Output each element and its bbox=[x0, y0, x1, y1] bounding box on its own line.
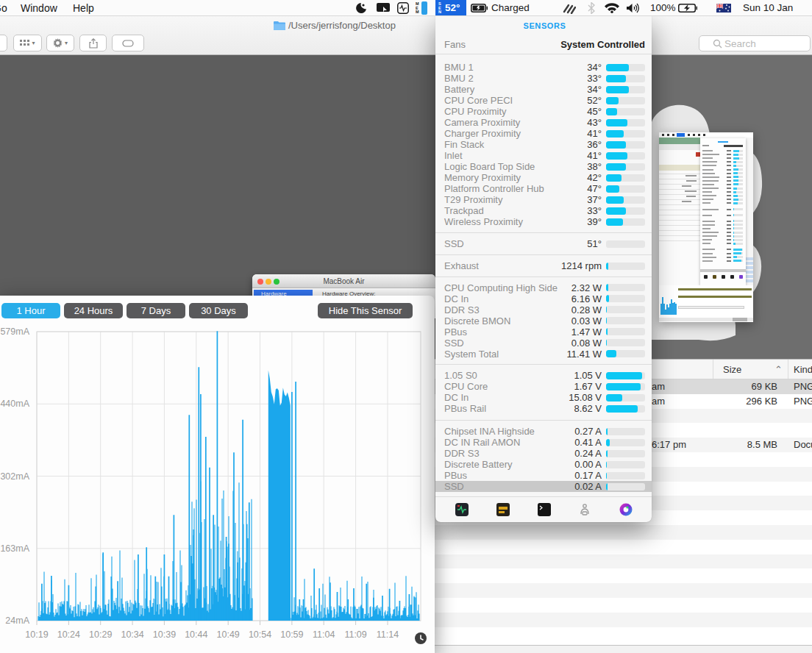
battery-charged-icon[interactable] bbox=[471, 4, 488, 13]
menu-go[interactable]: Go bbox=[0, 0, 7, 16]
clock-icon[interactable] bbox=[415, 632, 427, 644]
fan-icon[interactable] bbox=[561, 2, 576, 14]
volume-icon[interactable] bbox=[627, 3, 641, 13]
sensor-row[interactable]: Exhaust1214 rpm bbox=[444, 260, 645, 271]
column-size[interactable]: Size bbox=[723, 360, 741, 380]
sensor-row[interactable]: DDR S30.24 A bbox=[444, 448, 645, 459]
column-kind[interactable]: Kind bbox=[794, 360, 812, 380]
sensor-row[interactable]: Chipset INA Highside0.27 A bbox=[444, 426, 645, 437]
panel-app-icons bbox=[444, 497, 645, 521]
waveform-app-icon[interactable] bbox=[455, 502, 469, 517]
sensor-label: Trackpad bbox=[444, 205, 587, 216]
table-row[interactable] bbox=[425, 554, 812, 569]
sensor-row[interactable]: SSD51° bbox=[444, 238, 645, 249]
sensor-bar bbox=[606, 472, 645, 479]
sensor-row[interactable]: Discrete BMON0.03 W bbox=[444, 315, 645, 326]
sensor-row[interactable]: DC In15.08 V bbox=[444, 392, 645, 403]
waveform-app-icon[interactable] bbox=[397, 2, 409, 14]
sensor-row[interactable]: Battery34° bbox=[444, 84, 645, 95]
back-button[interactable] bbox=[0, 35, 7, 51]
sensor-row[interactable]: CPU Core1.67 V bbox=[444, 381, 645, 392]
table-row[interactable] bbox=[425, 583, 812, 598]
sensor-bar bbox=[606, 174, 645, 182]
sensor-row[interactable]: Discrete Battery0.00 A bbox=[444, 459, 645, 470]
sensor-bar bbox=[606, 439, 645, 446]
sensor-row[interactable]: Fin Stack36° bbox=[444, 139, 645, 150]
sensor-row[interactable]: PBus Rail8.62 V bbox=[444, 403, 645, 414]
mem-indicator-bar[interactable] bbox=[421, 1, 427, 15]
sensor-row[interactable]: CPU Computing High Side2.32 W bbox=[444, 282, 645, 293]
sensor-row[interactable]: BMU 134° bbox=[444, 62, 645, 73]
sensor-bar bbox=[606, 97, 645, 104]
table-row[interactable] bbox=[425, 540, 812, 554]
sensor-row[interactable]: Logic Board Top Side38° bbox=[444, 161, 645, 172]
tag-button[interactable] bbox=[112, 35, 144, 51]
grabber-app-icon[interactable] bbox=[577, 502, 592, 517]
sensor-label: Discrete Battery bbox=[444, 459, 574, 470]
wifi-icon[interactable] bbox=[605, 3, 619, 13]
colorwheel-app-icon[interactable] bbox=[619, 502, 633, 517]
sensor-row[interactable]: PBus0.17 A bbox=[444, 470, 645, 481]
sensor-row[interactable]: System Total11.41 W bbox=[444, 349, 645, 360]
sensor-label: Discrete BMON bbox=[444, 315, 571, 326]
table-row[interactable] bbox=[425, 613, 812, 627]
sensor-row[interactable]: DC In6.16 W bbox=[444, 293, 645, 304]
sensor-row[interactable]: SSD0.02 A bbox=[435, 481, 652, 492]
table-row[interactable] bbox=[425, 598, 812, 613]
sensor-value: 0.28 W bbox=[571, 304, 602, 315]
gear-icon bbox=[53, 38, 63, 48]
sensor-bar bbox=[606, 130, 645, 138]
sensor-row[interactable]: Memory Proximity42° bbox=[444, 172, 645, 183]
sensor-row[interactable]: Camera Proximity43° bbox=[444, 117, 645, 128]
sensor-label: Wireless Proximity bbox=[444, 216, 587, 227]
menu-help[interactable]: Help bbox=[73, 0, 94, 16]
sensor-row[interactable]: Platform Controller Hub47° bbox=[444, 183, 645, 194]
sensor-row[interactable]: T29 Proximity37° bbox=[444, 194, 645, 205]
tag-icon bbox=[122, 40, 134, 47]
sensor-value: 2.32 W bbox=[571, 282, 602, 293]
sensor-row[interactable]: DDR S30.28 W bbox=[444, 304, 645, 315]
sensor-row[interactable]: Wireless Proximity39° bbox=[444, 216, 645, 227]
mini-window-titlebar[interactable]: MacBook Air bbox=[252, 274, 435, 288]
action-button[interactable]: ▾ bbox=[46, 35, 74, 51]
sensor-bar bbox=[606, 483, 645, 490]
sensor-row[interactable]: Trackpad33° bbox=[444, 205, 645, 216]
sensor-value: 38° bbox=[587, 161, 602, 172]
sensor-row[interactable]: CPU Proximity45° bbox=[444, 106, 645, 117]
warning-app-icon[interactable] bbox=[496, 502, 510, 517]
menu-window[interactable]: Window bbox=[21, 0, 57, 16]
moon-icon[interactable] bbox=[355, 2, 368, 14]
battery-percent-text[interactable]: 100% bbox=[650, 0, 676, 16]
sensor-value: 0.17 A bbox=[574, 470, 602, 481]
bluetooth-icon[interactable] bbox=[588, 2, 595, 14]
view-options-button[interactable]: ▾ bbox=[13, 35, 42, 51]
share-button[interactable] bbox=[79, 35, 107, 51]
battery-state-text[interactable]: Charged bbox=[491, 0, 530, 16]
sensor-row[interactable]: DC IN Rail AMON0.41 A bbox=[444, 437, 645, 448]
australia-flag-icon[interactable] bbox=[716, 4, 731, 13]
terminal-app-icon[interactable] bbox=[537, 502, 552, 517]
sensor-menu-extra[interactable]: SEN 52° bbox=[435, 0, 466, 16]
menu-clock[interactable]: Sun 10 Jan 11:19 am bbox=[743, 0, 812, 16]
sensor-row[interactable]: BMU 233° bbox=[444, 73, 645, 84]
sensor-row[interactable]: SSD0.08 W bbox=[444, 338, 645, 349]
table-row[interactable] bbox=[425, 525, 812, 540]
table-row[interactable] bbox=[425, 627, 812, 642]
battery-charging-icon[interactable] bbox=[678, 4, 697, 13]
sensor-row[interactable]: 1.05 S01.05 V bbox=[444, 370, 645, 381]
mem-indicator-label: MEM bbox=[416, 2, 419, 15]
display-icon[interactable] bbox=[377, 3, 390, 13]
fans-row[interactable]: Fans System Controlled bbox=[444, 35, 645, 54]
x-axis-label: 10:44 bbox=[182, 629, 211, 640]
sensor-row[interactable]: Inlet41° bbox=[444, 150, 645, 161]
search-input[interactable]: Search bbox=[699, 35, 811, 51]
sensor-label: Battery bbox=[444, 84, 587, 95]
table-row[interactable] bbox=[425, 568, 812, 583]
screenshot-preview-thumbnail[interactable] bbox=[659, 132, 753, 322]
sensor-label: Logic Board Top Side bbox=[444, 161, 587, 172]
sensor-value: 0.03 W bbox=[571, 315, 602, 326]
sensor-row[interactable]: CPU Core PECI52° bbox=[444, 95, 645, 106]
sensor-row[interactable]: PBus1.47 W bbox=[444, 326, 645, 338]
sort-caret-icon[interactable]: ⌃ bbox=[774, 360, 783, 380]
sensor-row[interactable]: Charger Proximity41° bbox=[444, 128, 645, 139]
